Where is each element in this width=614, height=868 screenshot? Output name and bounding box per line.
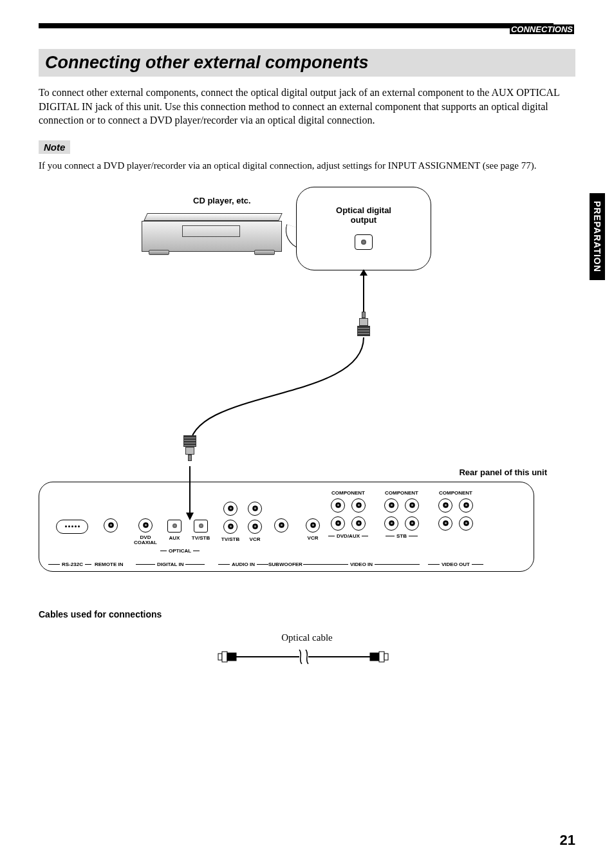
component-label-1: COMPONENT: [326, 490, 371, 496]
comp2-jack2-icon: [405, 498, 419, 513]
comp3-jack1-icon: [438, 498, 452, 513]
cable-line-upper: [363, 273, 364, 312]
dvd-coaxial-jack-icon: [138, 518, 153, 533]
audio-tvstb-label: TV/STB: [219, 536, 241, 542]
svg-rect-2: [227, 653, 236, 661]
optical-group-label: OPTICAL: [169, 548, 191, 554]
side-tab: PREPARATION: [590, 193, 605, 280]
rs232c-label: RS-232C: [62, 561, 83, 567]
comp1-jack1-icon: [331, 498, 345, 513]
video-out-label: VIDEO OUT: [442, 561, 470, 567]
tvstb-optical-jack-icon: [194, 520, 208, 533]
optical-plug-bottom-icon: [183, 435, 196, 461]
tvstb-digital-label: TV/STB: [189, 535, 212, 541]
optical-cable-figure: Optical cable: [204, 632, 410, 666]
remote-in-label: REMOTE IN: [95, 561, 123, 567]
video-vcr-jack-icon: [306, 518, 320, 533]
optical-jack-icon: [355, 234, 373, 250]
remote-in-jack-icon: [104, 518, 118, 533]
comp3-jack2-icon: [459, 498, 473, 513]
cd-player-label: CD player, etc.: [193, 196, 251, 205]
audio-tvstb-jack1-icon: [223, 502, 237, 516]
digital-in-label: DIGITAL IN: [157, 561, 183, 567]
comp3-jack3-icon: [438, 516, 452, 531]
aux-optical-jack-icon: [167, 520, 181, 533]
component-label-2: COMPONENT: [379, 490, 424, 496]
section-title: Connecting other external components: [45, 53, 569, 73]
component-label-3: COMPONENT: [433, 490, 478, 496]
svg-rect-6: [379, 652, 384, 662]
comp3-jack4-icon: [459, 516, 473, 531]
optical-cable-icon: [217, 647, 397, 666]
optical-output-callout: Optical digital output: [296, 187, 431, 270]
page-number: 21: [560, 832, 575, 849]
comp2-jack3-icon: [384, 516, 398, 531]
comp1-jack3-icon: [331, 516, 345, 531]
comp1-jack2-icon: [351, 498, 366, 513]
rs232c-port-icon: [56, 520, 88, 534]
optical-cable-label: Optical cable: [204, 632, 410, 643]
rear-panel-label: Rear panel of this unit: [459, 467, 547, 477]
cable-curve-icon: [187, 337, 373, 453]
connection-diagram: CD player, etc. Optical digital output: [39, 191, 554, 590]
callout-line2: output: [297, 215, 431, 225]
audio-tvstb-jack2-icon: [223, 520, 237, 534]
video-vcr-label: VCR: [303, 535, 322, 541]
audio-in-label: AUDIO IN: [232, 561, 255, 567]
header-breadcrumb: CONNECTIONS: [510, 24, 574, 34]
section-title-container: Connecting other external components: [39, 49, 575, 77]
aux-label: AUX: [165, 535, 184, 541]
svg-rect-1: [222, 652, 227, 662]
rear-panel: RS-232C REMOTE IN DVDCOAXIAL AUX: [39, 482, 534, 572]
note-text: If you connect a DVD player/recorder via…: [39, 160, 575, 171]
dvd-aux-label: DVD/AUX: [337, 533, 360, 539]
section-body: To connect other external components, co…: [39, 86, 575, 127]
optical-plug-top-icon: [357, 312, 370, 336]
stb-label: STB: [396, 533, 407, 539]
svg-rect-0: [218, 654, 222, 660]
comp2-jack4-icon: [405, 516, 419, 531]
comp2-jack1-icon: [384, 498, 398, 513]
audio-vcr-jack2-icon: [248, 520, 262, 534]
callout-line1: Optical digital: [297, 205, 431, 216]
audio-vcr-jack1-icon: [248, 502, 262, 516]
header-bar: [39, 23, 554, 28]
video-in-label: VIDEO IN: [350, 561, 373, 567]
dvd-coaxial-label: DVDCOAXIAL: [133, 535, 158, 546]
note-label: Note: [39, 140, 70, 154]
audio-vcr-label: VCR: [245, 536, 265, 542]
svg-rect-7: [384, 654, 388, 660]
subwoofer-label: SUBWOOFER: [268, 561, 302, 567]
comp1-jack4-icon: [351, 516, 366, 531]
subwoofer-jack-icon: [274, 518, 288, 533]
cables-heading: Cables used for connections: [39, 609, 575, 619]
svg-rect-5: [370, 653, 379, 661]
cd-player-icon: [142, 213, 283, 258]
